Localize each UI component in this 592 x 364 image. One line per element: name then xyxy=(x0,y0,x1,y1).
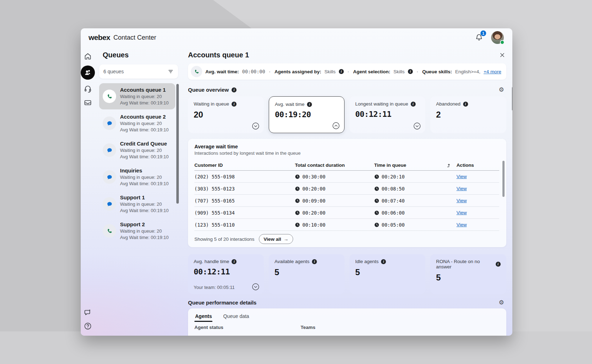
abandoned-card[interactable]: Abandoned 2 xyxy=(430,96,506,133)
phone-channel-icon xyxy=(191,66,202,77)
rona-card[interactable]: RONA - Route on no answer 5 xyxy=(430,254,506,294)
info-icon[interactable] xyxy=(232,102,237,107)
table-row: (123) 555-0110 00:10:00 00:05:00 View xyxy=(194,219,499,231)
info-icon[interactable] xyxy=(232,87,237,92)
assigned-by-value: Skills xyxy=(324,69,336,74)
queue-avg-wait: Avg Wait time: 00:19:10 xyxy=(120,181,169,187)
skills-more-link[interactable]: +4 more xyxy=(484,69,501,74)
queue-list-item-accounts-queue-2[interactable]: Accounts queue 2 Waiting in queue: 20 Av… xyxy=(99,110,175,136)
home-icon[interactable] xyxy=(83,52,92,61)
sort-icon[interactable] xyxy=(446,163,451,168)
help-icon[interactable] xyxy=(83,322,92,331)
desktop-bottom-strip xyxy=(0,331,592,364)
chevron-down-icon[interactable] xyxy=(413,122,421,130)
nav-rail xyxy=(81,47,95,336)
idle-agents-card[interactable]: Idle agents 5 xyxy=(349,254,425,294)
performance-partial-columns: Agent status Teams xyxy=(194,325,500,330)
notifications-button[interactable]: 1 xyxy=(475,33,484,42)
notification-badge: 1 xyxy=(480,30,486,36)
queues-search-input[interactable] xyxy=(103,69,167,74)
chat-channel-icon xyxy=(103,170,116,184)
queue-list-scrollbar[interactable] xyxy=(176,84,179,204)
phone-channel-icon xyxy=(103,224,116,238)
inbox-icon[interactable] xyxy=(83,98,92,107)
queue-name: Credit Card Queue xyxy=(120,140,169,147)
tab-queue-data[interactable]: Queue data xyxy=(222,312,250,322)
duration-cell: 00:30:00 xyxy=(302,174,325,180)
view-all-button[interactable]: View all → xyxy=(259,234,294,244)
avg-wait-time-card[interactable]: Avg. wait time 00:19:20 xyxy=(269,96,345,133)
queue-list-item-credit-card-queue[interactable]: Credit Card Queue Waiting in queue: 20 A… xyxy=(99,137,175,163)
queue-skills-label: Queue skills: xyxy=(422,69,452,74)
view-link[interactable]: View xyxy=(456,210,467,215)
card-label: Avg. wait time xyxy=(275,102,304,107)
chevron-down-icon[interactable] xyxy=(252,283,260,291)
waiting-in-queue-card[interactable]: Waiting in queue 20 xyxy=(188,96,264,133)
queue-list-item-support-2[interactable]: Support 2 Waiting in queue: 20 Avg Wait … xyxy=(99,218,175,244)
available-agents-card[interactable]: Available agents 5 xyxy=(269,254,345,294)
info-icon[interactable] xyxy=(307,102,312,107)
queue-list-item-inquiries[interactable]: Inquiries Waiting in queue: 20 Avg Wait … xyxy=(99,164,175,190)
column-time-in-queue: Time in queue xyxy=(374,163,406,168)
queues-nav-icon[interactable] xyxy=(81,66,95,80)
close-icon[interactable] xyxy=(499,51,506,59)
view-link[interactable]: View xyxy=(456,222,467,227)
table-row: (202) 555-0198 00:30:00 00:20:10 View xyxy=(194,171,499,183)
card-label: Longest waiting in queue xyxy=(355,101,408,107)
customer-id-cell: (123) 555-0110 xyxy=(194,222,295,228)
headset-icon[interactable] xyxy=(83,84,92,93)
table-row: (909) 555-0134 00:20:00 00:06:00 View xyxy=(194,207,499,219)
info-icon[interactable] xyxy=(496,262,501,267)
user-avatar[interactable] xyxy=(491,31,504,44)
average-wait-time-card: Average wait time Interactions sorted by… xyxy=(188,139,506,247)
gear-icon[interactable] xyxy=(499,300,504,306)
info-icon[interactable] xyxy=(312,259,317,264)
card-value: 00:19:20 xyxy=(275,110,338,119)
feedback-icon[interactable] xyxy=(83,308,92,317)
queue-avg-wait: Avg Wait time: 00:19:10 xyxy=(120,100,169,106)
queue-list-item-accounts-queue-1[interactable]: Accounts queue 1 Waiting in queue: 20 Av… xyxy=(99,83,175,109)
avg-wait-label: Avg. wait time: xyxy=(205,69,239,74)
info-icon[interactable] xyxy=(381,259,386,264)
info-icon[interactable] xyxy=(339,69,344,74)
view-link[interactable]: View xyxy=(456,174,467,179)
separator-dot: · xyxy=(269,69,271,74)
queues-search-box[interactable] xyxy=(99,64,178,79)
queue-avg-wait: Avg Wait time: 00:19:10 xyxy=(120,127,169,133)
separator-dot: · xyxy=(417,69,419,74)
chat-channel-icon xyxy=(103,116,116,130)
table-row: (303) 555-0123 00:20:00 00:08:50 View xyxy=(194,183,499,195)
info-icon[interactable] xyxy=(463,102,468,107)
table-subtitle: Interactions sorted by longest wait time… xyxy=(194,150,499,156)
column-agent-status: Agent status xyxy=(194,325,301,330)
column-duration: Total contact duration xyxy=(295,163,374,168)
queue-skills-value: English>=4, xyxy=(455,69,480,74)
chat-channel-icon xyxy=(103,197,116,211)
presence-indicator xyxy=(500,40,505,45)
gear-icon[interactable] xyxy=(499,87,504,93)
info-icon[interactable] xyxy=(411,102,416,107)
app-window: webex Contact Center 1 xyxy=(81,28,512,336)
chevron-down-icon[interactable] xyxy=(252,122,260,130)
filter-icon[interactable] xyxy=(167,68,174,75)
queue-waiting: Waiting in queue: 20 xyxy=(120,201,169,207)
chevron-up-icon[interactable] xyxy=(332,122,340,130)
table-header-row: Customer ID Total contact duration Time … xyxy=(194,160,499,171)
info-icon[interactable] xyxy=(408,69,413,74)
view-link[interactable]: View xyxy=(456,198,467,203)
view-link[interactable]: View xyxy=(456,186,467,191)
agent-selection-label: Agent selection: xyxy=(353,69,390,74)
info-icon[interactable] xyxy=(232,259,237,264)
overview-cards-row: Waiting in queue 20 Avg. wait time 00:19… xyxy=(188,96,506,133)
main-scrollbar[interactable] xyxy=(512,87,512,111)
avg-handle-time-card[interactable]: Avg. handle time 00:12:11 Your team: 00:… xyxy=(188,254,264,294)
longest-waiting-card[interactable]: Longest waiting in queue 00:12:11 xyxy=(349,96,425,133)
performance-card: Agents Queue data Agent status Teams xyxy=(188,308,506,336)
card-value: 20 xyxy=(194,110,258,120)
clock-icon xyxy=(295,210,300,215)
column-teams: Teams xyxy=(301,325,315,330)
table-scrollbar[interactable] xyxy=(502,161,505,197)
clock-icon xyxy=(295,222,300,227)
tab-agents[interactable]: Agents xyxy=(194,312,212,322)
queue-list-item-support-1[interactable]: Support 1 Waiting in queue: 20 Avg Wait … xyxy=(99,191,175,217)
